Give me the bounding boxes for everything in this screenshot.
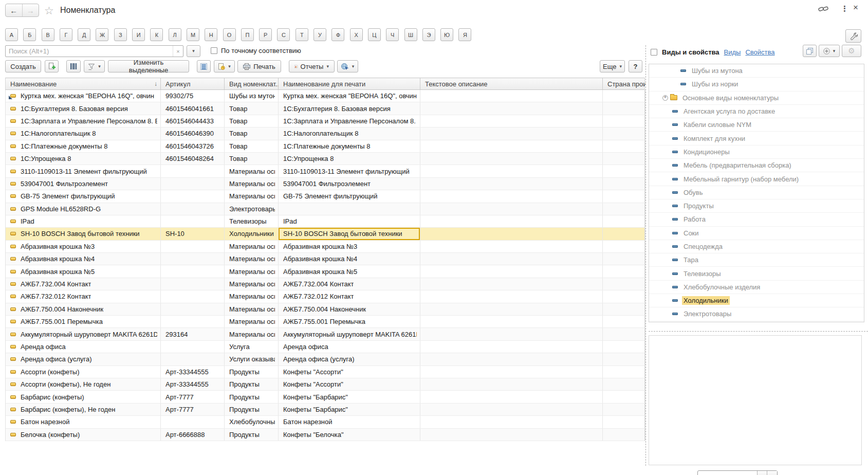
table-row[interactable]: 1С:Упрощенка 84601546048264Товар1С:Упрощ…	[6, 153, 644, 165]
table-row[interactable]: Куртка мех. женская "ВЕРОНА 16Q", овчин9…	[6, 90, 644, 102]
alphabet-button-Г[interactable]: Г	[60, 28, 72, 41]
properties-link[interactable]: Свойства	[745, 48, 774, 56]
alphabet-button-Ц[interactable]: Ц	[368, 28, 381, 41]
tree-item[interactable]: Соки	[649, 227, 864, 240]
table-row[interactable]: Ассорти (конфеты)Арт-33344555ПродуктыКон…	[6, 366, 644, 378]
table-row[interactable]: SH-10 BOSCH Завод бытовой техникиSH-10Хо…	[6, 228, 644, 240]
alphabet-button-Б[interactable]: Б	[23, 28, 36, 41]
column-header-4[interactable]: Наименование для печати	[279, 78, 420, 89]
add-kind-button[interactable]: ▾	[819, 45, 840, 57]
alphabet-button-А[interactable]: А	[5, 28, 18, 41]
edit-selected-button[interactable]: Изменить выделенные	[108, 60, 189, 72]
tree-item[interactable]: Шубы из норки	[649, 78, 864, 91]
alphabet-button-Х[interactable]: Х	[350, 28, 363, 41]
tree-item[interactable]: Шубы из мутона	[649, 64, 864, 78]
kinds-filter-checkbox[interactable]	[651, 49, 657, 56]
tree-item[interactable]: Продукты	[649, 199, 864, 213]
kind-settings-button[interactable]: ⚙	[842, 45, 861, 57]
alphabet-button-П[interactable]: П	[241, 28, 254, 41]
tree-item[interactable]: Спецодежда	[649, 240, 864, 253]
table-row[interactable]: 3110-1109013-11 Элемент фильтрующийМатер…	[6, 165, 644, 177]
search-clear-icon[interactable]: ×	[173, 46, 183, 57]
table-row[interactable]: 1С:Бухгалтерия 8. Базовая версия46015460…	[6, 102, 644, 115]
configure-list-button[interactable]: ▾	[84, 60, 105, 72]
table-row[interactable]: Ассорти (конфеты), Не годенАрт-33344555П…	[6, 378, 644, 391]
tree-splitter[interactable]	[649, 331, 868, 332]
table-row[interactable]: Барбарис (конфеты)Арт-7777ПродуктыКонфет…	[6, 391, 644, 403]
table-row[interactable]: АЖБ7.750.004 НаконечникМатериалы осн...А…	[6, 303, 644, 316]
alphabet-button-Я[interactable]: Я	[458, 28, 471, 41]
create-group-button[interactable]	[45, 60, 59, 72]
table-row[interactable]: GB-75 Элемент фильтрующийМатериалы осн..…	[6, 190, 644, 203]
column-header-2[interactable]: Артикул	[161, 78, 225, 89]
table-row[interactable]: 1С:Налогоплательщик 84601546046390Товар1…	[6, 127, 644, 140]
search-input[interactable]	[6, 47, 173, 55]
right-panel-scrollbar[interactable]	[697, 470, 778, 475]
column-header-6[interactable]: Страна прои	[603, 78, 645, 89]
alphabet-button-Д[interactable]: Д	[78, 28, 90, 41]
alphabet-button-Р[interactable]: Р	[259, 28, 272, 41]
alphabet-button-Т[interactable]: Т	[296, 28, 308, 41]
table-row[interactable]: 1С:Зарплата и Управление Персоналом 8. Б…	[6, 115, 644, 127]
table-row[interactable]: Абразивная крошка №4Материалы осн...Абра…	[6, 253, 644, 265]
kebab-menu-icon[interactable]: ⋮	[841, 4, 848, 13]
tree-item[interactable]: Хлебобулочные изделия	[649, 281, 864, 294]
scrollbar-track[interactable]	[698, 471, 758, 475]
tree-item[interactable]: Агентская услуга по доставке	[649, 105, 864, 118]
get-link-icon[interactable]	[818, 5, 828, 13]
create-button[interactable]: Создать	[5, 60, 41, 72]
more-button[interactable]: Еще ▾	[600, 60, 625, 72]
alphabet-button-Ю[interactable]: Ю	[440, 28, 453, 41]
table-row[interactable]: Аккумуляторный шуруповерт MAKITA 6261DW.…	[6, 328, 644, 340]
alphabet-button-И[interactable]: И	[132, 28, 145, 41]
alphabet-button-З[interactable]: З	[114, 28, 127, 41]
table-row[interactable]: IPadТелевизорыIPad	[6, 215, 644, 228]
send-button[interactable]: ▾	[337, 60, 358, 72]
alphabet-button-У[interactable]: У	[313, 28, 326, 41]
favorite-star-icon[interactable]: ☆	[44, 5, 54, 17]
alphabet-button-С[interactable]: С	[277, 28, 290, 41]
scan-barcode-button[interactable]	[66, 60, 81, 72]
history-button[interactable]: ▾	[214, 60, 235, 72]
table-row[interactable]: GPS Module HL6528RD-GЭлектротовары	[6, 203, 644, 215]
alphabet-button-К[interactable]: К	[150, 28, 163, 41]
list-view-button[interactable]	[197, 60, 211, 72]
back-button[interactable]: ←	[6, 4, 23, 16]
print-button[interactable]: Печать	[237, 60, 281, 72]
alphabet-button-Ч[interactable]: Ч	[386, 28, 399, 41]
exact-match-checkbox[interactable]	[211, 47, 217, 54]
alphabet-button-Н[interactable]: Н	[205, 28, 217, 41]
tree-item[interactable]: Тара	[649, 253, 864, 267]
table-row[interactable]: Абразивная крошка №5Материалы осн...Абра…	[6, 265, 644, 278]
tree-item[interactable]: Кондиционеры	[649, 145, 864, 159]
table-row[interactable]: АЖБ7.755.001 ПеремычкаМатериалы осн...АЖ…	[6, 316, 644, 328]
alphabet-button-М[interactable]: М	[187, 28, 199, 41]
table-row[interactable]: Батон нарезнойХлебобулочные...Батон наре…	[6, 416, 644, 428]
expand-icon[interactable]	[662, 95, 668, 101]
close-icon[interactable]: ×	[853, 3, 858, 13]
scroll-right-button[interactable]	[767, 471, 777, 475]
views-link[interactable]: Виды	[724, 48, 741, 56]
table-row[interactable]: 539047001 ФильтроэлементМатериалы осн...…	[6, 178, 644, 190]
tree-item[interactable]: Телевизоры	[649, 267, 864, 280]
tree-item[interactable]: Мебельный гарнитур (набор мебели)	[649, 172, 864, 186]
tree-item[interactable]: Мебель (предварительная сборка)	[649, 159, 864, 172]
alphabet-button-Ф[interactable]: Ф	[331, 28, 344, 41]
alphabet-button-Ж[interactable]: Ж	[96, 28, 108, 41]
tree-item[interactable]: Холодильники	[649, 294, 864, 307]
table-row[interactable]: 1С:Платежные документы 84601546043726Тов…	[6, 140, 644, 153]
help-button[interactable]: ?	[629, 60, 642, 72]
table-row[interactable]: Абразивная крошка №3Материалы осн...Абра…	[6, 241, 644, 253]
reports-button[interactable]: Отчеты ▾	[289, 60, 335, 72]
table-row[interactable]: Аренда офиса (услуга)Услуги оказыва...Ар…	[6, 353, 644, 366]
column-header-1[interactable]: Наименование↓	[6, 78, 161, 89]
column-header-3[interactable]: Вид номенклат...	[225, 78, 279, 89]
scroll-left-button[interactable]	[758, 471, 767, 475]
form-settings-button[interactable]	[845, 29, 861, 43]
search-options-dropdown[interactable]: ▾	[187, 45, 200, 57]
tree-item[interactable]: Основные виды номенклатуры	[649, 92, 864, 105]
alphabet-button-Л[interactable]: Л	[169, 28, 181, 41]
column-header-5[interactable]: Текстовое описание	[420, 78, 603, 89]
alphabet-button-Ш[interactable]: Ш	[404, 28, 417, 41]
tree-item[interactable]: Комплект для кухни	[649, 132, 864, 145]
